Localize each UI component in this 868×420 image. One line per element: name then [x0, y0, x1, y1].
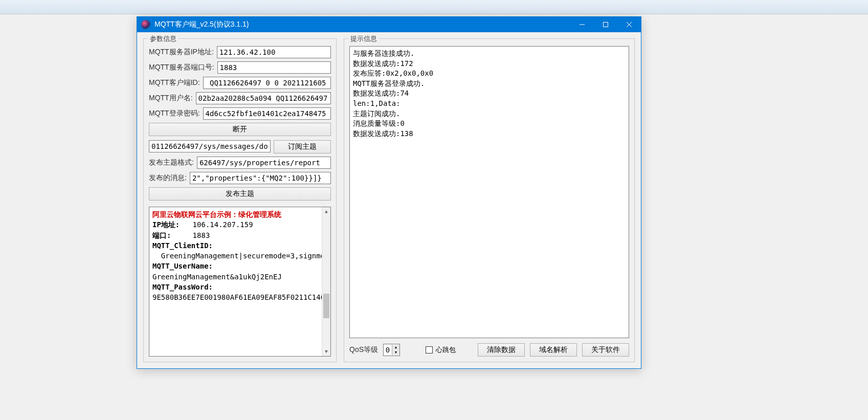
browser-top-strip	[0, 0, 868, 14]
